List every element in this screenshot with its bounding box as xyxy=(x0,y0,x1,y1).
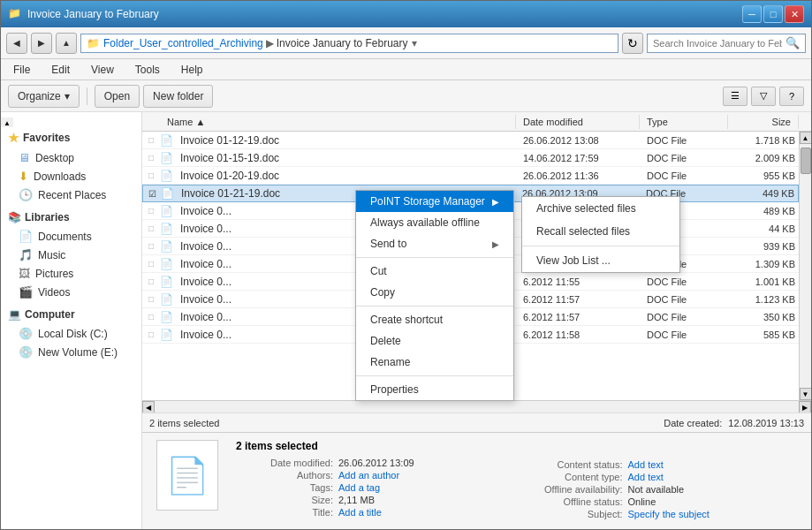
row-check[interactable]: □ xyxy=(142,259,160,269)
row-check[interactable]: □ xyxy=(142,294,160,304)
libraries-header[interactable]: 📚 Libraries xyxy=(1,208,141,227)
sidebar-scroll-up[interactable]: ▲ xyxy=(1,117,13,127)
row-check[interactable]: □ xyxy=(142,312,160,322)
sidebar-item-local-disk[interactable]: 💿 Local Disk (C:) xyxy=(1,324,141,343)
table-row[interactable]: □ 📄 Invoice 01-15-19.doc 14.06.2012 17:5… xyxy=(142,149,799,167)
status-date: Date created: 12.08.2019 13:13 xyxy=(664,418,804,428)
menu-view[interactable]: View xyxy=(84,62,121,78)
view-options-button[interactable]: ☰ xyxy=(723,87,747,106)
sm-item-joblist[interactable]: View Job List ... xyxy=(522,249,679,272)
table-row[interactable]: □ 📄 Invoice 01-20-19.doc 26.06.2012 11:3… xyxy=(142,167,799,185)
row-check[interactable]: □ xyxy=(142,170,160,180)
new-folder-button[interactable]: New folder xyxy=(143,85,213,108)
disk-icon: 💿 xyxy=(19,327,33,340)
sm-item-recall[interactable]: Recall selected files xyxy=(522,220,679,243)
cm-item-copy[interactable]: Copy xyxy=(356,282,513,303)
file-type: DOC File xyxy=(640,153,728,163)
sidebar-item-new-volume[interactable]: 💿 New Volume (E:) xyxy=(1,343,141,361)
main-window: 📁 Invoice January to February ─ □ ✕ ◀ ▶ … xyxy=(0,0,812,530)
detail-authors-value[interactable]: Add an author xyxy=(338,470,399,481)
menu-help[interactable]: Help xyxy=(174,62,210,78)
address-path[interactable]: 📁 Folder_User_controlled_Archiving ▶ Inv… xyxy=(80,34,618,53)
view-toggle-button[interactable]: ▽ xyxy=(751,87,776,106)
title-bar-buttons: ─ □ ✕ xyxy=(742,5,804,23)
cm-item-offline[interactable]: Always available offline xyxy=(356,212,513,233)
detail-cs-label: Content status: xyxy=(526,459,623,470)
menu-edit[interactable]: Edit xyxy=(44,62,77,78)
cm-item-rename[interactable]: Rename xyxy=(356,352,513,373)
file-type: DOC File xyxy=(640,170,728,181)
sidebar-item-videos[interactable]: 🎬 Videos xyxy=(1,283,141,301)
col-header-date[interactable]: Date modified xyxy=(516,115,640,129)
close-button[interactable]: ✕ xyxy=(785,5,804,23)
file-type: DOC File xyxy=(640,135,728,146)
help-button[interactable]: ? xyxy=(779,87,804,106)
sidebar-item-documents[interactable]: 📄 Documents xyxy=(1,227,141,246)
sidebar-item-recent[interactable]: 🕒 Recent Places xyxy=(1,186,141,204)
window-icon: 📁 xyxy=(8,7,22,21)
back-button[interactable]: ◀ xyxy=(6,33,27,54)
minimize-button[interactable]: ─ xyxy=(742,5,762,23)
detail-title-value[interactable]: Add a title xyxy=(338,507,382,518)
detail-subj-value[interactable]: Specify the subject xyxy=(628,509,710,519)
cm-label-rename: Rename xyxy=(370,356,410,368)
refresh-button[interactable]: ↻ xyxy=(622,33,643,54)
detail-tags-value[interactable]: Add a tag xyxy=(338,482,380,493)
file-icon: 📄 xyxy=(160,134,173,147)
cm-item-create-shortcut[interactable]: Create shortcut xyxy=(356,309,513,330)
favorites-header[interactable]: ★ Favorites xyxy=(1,127,141,148)
sidebar-item-desktop[interactable]: 🖥 Desktop xyxy=(1,148,141,167)
detail-tags-label: Tags: xyxy=(236,482,333,493)
row-check[interactable]: □ xyxy=(142,153,160,163)
menu-tools[interactable]: Tools xyxy=(128,62,167,78)
col-header-name[interactable]: Name ▲ xyxy=(160,115,516,129)
up-button[interactable]: ▲ xyxy=(56,33,77,54)
sidebar-item-music[interactable]: 🎵 Music xyxy=(1,246,141,264)
detail-cs-value[interactable]: Add text xyxy=(628,459,664,470)
sidebar-item-pictures[interactable]: 🖼 Pictures xyxy=(1,264,141,283)
sm-item-archive[interactable]: Archive selected files xyxy=(522,197,679,220)
row-check[interactable]: □ xyxy=(142,276,160,286)
file-icon: 📄 xyxy=(160,329,173,341)
forward-button[interactable]: ▶ xyxy=(31,33,52,54)
organize-button[interactable]: Organize ▾ xyxy=(8,85,80,108)
col-header-size[interactable]: Size xyxy=(728,115,799,129)
table-row[interactable]: □ 📄 Invoice 01-12-19.doc 26.06.2012 13:0… xyxy=(142,132,799,149)
col-header-type[interactable]: Type xyxy=(640,115,728,129)
row-check[interactable]: □ xyxy=(142,241,160,251)
file-icon: 📄 xyxy=(160,311,173,323)
cm-item-properties[interactable]: Properties xyxy=(356,379,513,400)
file-list-scrollbar[interactable]: ▲ ▼ xyxy=(799,132,811,400)
cm-label-shortcut: Create shortcut xyxy=(370,314,443,326)
h-scroll-left-button[interactable]: ◀ xyxy=(142,401,155,413)
sidebar-item-downloads[interactable]: ⬇ Downloads xyxy=(1,167,141,186)
menu-file[interactable]: File xyxy=(6,62,37,78)
row-check[interactable]: ☑ xyxy=(143,189,161,199)
file-size: 2.009 KB xyxy=(728,153,799,163)
search-input[interactable] xyxy=(653,38,782,49)
organize-arrow: ▾ xyxy=(65,90,70,102)
detail-oa-value: Not available xyxy=(628,484,685,495)
scroll-up-button[interactable]: ▲ xyxy=(800,132,812,144)
maximize-button[interactable]: □ xyxy=(763,5,783,23)
row-check[interactable]: □ xyxy=(142,206,160,216)
detail-ct-value[interactable]: Add text xyxy=(628,472,664,482)
row-check[interactable]: □ xyxy=(142,135,160,145)
file-icon: 📄 xyxy=(160,276,173,288)
scroll-thumb[interactable] xyxy=(801,148,811,174)
details-row-size: Size: 2,11 MB xyxy=(236,495,508,505)
scroll-down-button[interactable]: ▼ xyxy=(800,388,812,400)
window-title: Invoice January to February xyxy=(27,8,742,20)
open-button[interactable]: Open xyxy=(95,85,140,108)
file-date: 6.2012 11:57 xyxy=(516,312,640,322)
row-check[interactable]: □ xyxy=(142,329,160,339)
cm-item-point-storage[interactable]: PoINT Storage Manager ▶ xyxy=(356,191,513,212)
computer-header[interactable]: 💻 Computer xyxy=(1,305,141,324)
cm-item-sendto[interactable]: Send to ▶ xyxy=(356,233,513,254)
cm-item-delete[interactable]: Delete xyxy=(356,330,513,352)
h-scroll-right-button[interactable]: ▶ xyxy=(799,401,811,413)
videos-icon: 🎬 xyxy=(19,285,33,299)
search-box[interactable]: 🔍 xyxy=(647,34,806,53)
row-check[interactable]: □ xyxy=(142,223,160,233)
cm-item-cut[interactable]: Cut xyxy=(356,261,513,282)
